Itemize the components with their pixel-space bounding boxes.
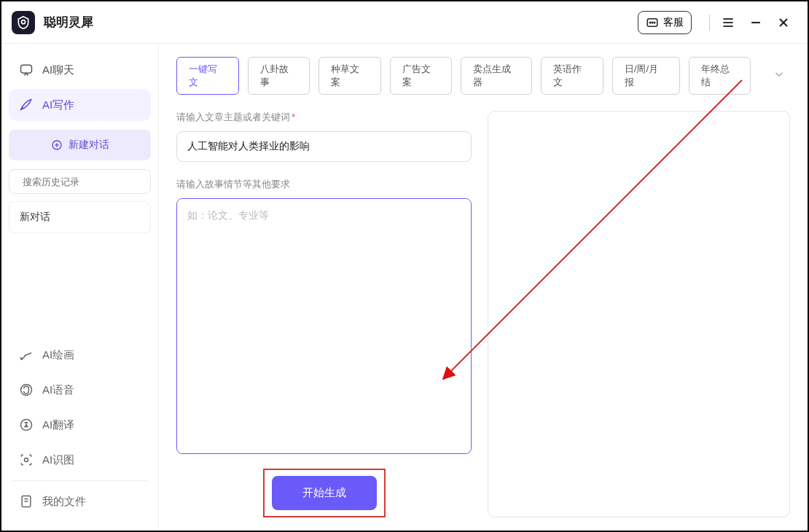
titlebar-divider (709, 15, 710, 31)
svg-point-2 (649, 22, 651, 23)
svg-point-4 (654, 22, 655, 23)
sidebar-item-ai-voice[interactable]: AI语音 (9, 374, 151, 406)
sidebar-item-label: AI语音 (42, 383, 74, 397)
sidebar-item-ai-image-recognition[interactable]: AI识图 (9, 444, 151, 476)
generate-button[interactable]: 开始生成 (272, 476, 377, 510)
sidebar-item-ai-chat[interactable]: AI聊天 (9, 54, 151, 86)
chip-english-essay[interactable]: 英语作文 (541, 57, 603, 95)
new-chat-button[interactable]: 新建对话 (9, 130, 151, 160)
customer-support-button[interactable]: 客服 (638, 11, 692, 34)
svg-point-3 (652, 22, 653, 23)
topic-label: 请输入文章主题或者关键词* (176, 111, 472, 124)
sidebar-item-label: AI写作 (42, 98, 74, 112)
minimize-icon[interactable] (748, 15, 764, 31)
chip-report[interactable]: 日/周/月报 (612, 57, 680, 95)
sidebar-item-my-files[interactable]: 我的文件 (9, 485, 151, 517)
search-history[interactable] (9, 169, 151, 194)
expand-chips-button[interactable] (768, 63, 790, 88)
sidebar-item-label: AI绘画 (42, 348, 74, 362)
template-chips-row: 一键写文 八卦故事 种草文案 广告文案 卖点生成器 英语作文 日/周/月报 年终… (176, 57, 790, 95)
sidebar-item-ai-writing[interactable]: AI写作 (9, 89, 151, 121)
new-chat-label: 新建对话 (69, 138, 109, 152)
main-content: 一键写文 八卦故事 种草文案 广告文案 卖点生成器 英语作文 日/周/月报 年终… (159, 44, 808, 531)
chip-gossip-story[interactable]: 八卦故事 (248, 57, 310, 95)
svg-point-19 (25, 458, 28, 462)
detail-textarea[interactable] (177, 199, 471, 453)
sidebar-item-ai-translate[interactable]: AI翻译 (9, 409, 151, 441)
chevron-down-icon (773, 68, 786, 81)
search-input[interactable] (23, 176, 145, 187)
sidebar-item-label: AI翻译 (42, 418, 74, 432)
generate-button-highlight-box: 开始生成 (263, 469, 386, 517)
output-panel (488, 111, 790, 517)
customer-support-label: 客服 (663, 16, 684, 29)
detail-label: 请输入故事情节等其他要求 (176, 178, 472, 191)
app-title: 聪明灵犀 (44, 14, 93, 31)
sidebar-item-label: 我的文件 (42, 495, 86, 509)
sidebar-item-label: AI识图 (42, 453, 74, 467)
chip-selling-point-generator[interactable]: 卖点生成器 (461, 57, 532, 95)
chip-ad-copy[interactable]: 广告文案 (390, 57, 453, 95)
close-icon[interactable] (775, 15, 792, 31)
sidebar: AI聊天 AI写作 新建对话 新对话 AI绘画 AI语音 (1, 44, 159, 531)
history-item[interactable]: 新对话 (9, 201, 151, 233)
svg-point-0 (22, 20, 26, 23)
app-logo (12, 11, 35, 34)
menu-icon[interactable] (720, 15, 736, 31)
svg-rect-11 (21, 65, 32, 73)
chip-one-click-writing[interactable]: 一键写文 (176, 57, 239, 95)
chip-year-end-summary[interactable]: 年终总结 (689, 57, 751, 95)
chip-product-review-copy[interactable]: 种草文案 (318, 57, 381, 95)
topic-input[interactable] (176, 131, 472, 162)
required-asterisk: * (292, 112, 295, 122)
sidebar-item-label: AI聊天 (42, 63, 74, 77)
sidebar-item-ai-drawing[interactable]: AI绘画 (9, 339, 151, 371)
